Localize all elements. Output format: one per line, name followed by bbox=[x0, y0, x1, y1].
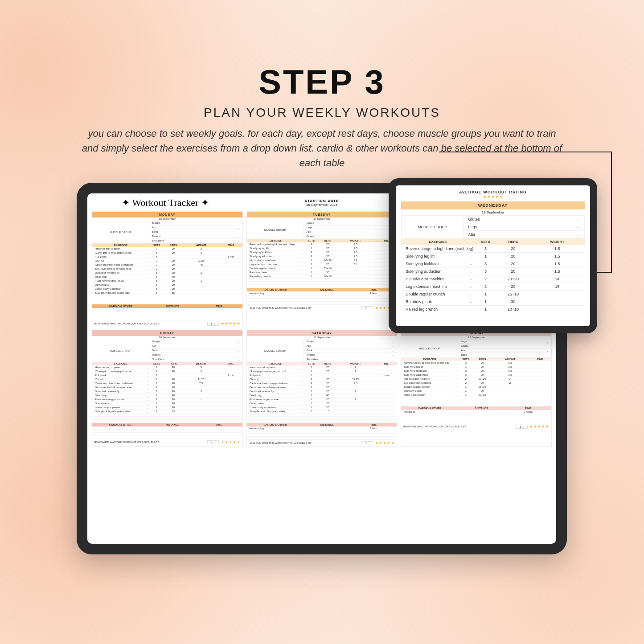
col-headers: EXERCISESETSREPSWEIGHTTIME bbox=[92, 362, 242, 365]
exercise-row[interactable]: Dumbbell reverse fly1203 bbox=[247, 390, 397, 394]
muscle-group-select[interactable]: Abs bbox=[458, 349, 551, 353]
exercise-row[interactable]: Double regular crunch125+10 bbox=[401, 385, 551, 389]
muscle-group-select[interactable]: Shoulders bbox=[149, 357, 242, 362]
rating-select[interactable]: 5 ⌄ bbox=[361, 441, 373, 445]
exercise-row[interactable]: Raised leg crunch120+10 bbox=[401, 393, 551, 397]
exercise-row[interactable]: Close-grip to wide-grip burnout1203 bbox=[92, 251, 242, 255]
exercise-row[interactable]: Side lying adduction3201.5 bbox=[247, 254, 397, 258]
exercise-row[interactable]: Reverse lunge to high knee (each leg)320… bbox=[401, 245, 585, 253]
exercise-row[interactable]: Bent-over barbell reverse raise220 bbox=[247, 386, 397, 390]
muscle-group-select[interactable]: Glutes bbox=[304, 221, 397, 226]
muscle-group-select[interactable]: Back bbox=[304, 349, 397, 353]
exercise-row[interactable]: Side lying kickback3201.5 bbox=[247, 250, 397, 254]
exercise-row[interactable]: Side lying leg lift1201.5 bbox=[401, 365, 551, 369]
muscle-group-select[interactable]: Abs bbox=[304, 230, 397, 234]
cardio-header: CARDIO & OTHERDISTANCETIME bbox=[92, 423, 242, 427]
exercise-row[interactable]: Cable machine tricep pushdown3207.5 bbox=[92, 381, 242, 386]
exercise-row[interactable]: Dorsal raise120 bbox=[92, 283, 242, 287]
exercise-row[interactable]: Side lying adduction3201.5 bbox=[401, 268, 585, 275]
exercise-row[interactable]: Bent-over barbell reverse raise220 bbox=[92, 267, 242, 271]
exercise-row[interactable]: Double regular crunch125+10 bbox=[401, 291, 585, 298]
exercise-row[interactable]: Double regular crunch125+10 bbox=[247, 267, 397, 271]
exercise-row[interactable]: Raised leg crunch120+10 bbox=[401, 306, 585, 313]
exercise-row[interactable]: Side lying leg lift1201.5 bbox=[247, 246, 397, 250]
exercise-row[interactable]: Floor reverse grip t-raise1201 bbox=[247, 398, 397, 402]
exercise-row[interactable]: Dead bug140 bbox=[92, 275, 242, 279]
exercise-row[interactable]: Lower body superman120 bbox=[247, 406, 397, 410]
exercise-row[interactable]: Cable machine tricep pushdown3207.5 bbox=[247, 381, 397, 386]
exercise-row[interactable]: Side plank hip lifts (each side)115 bbox=[247, 410, 397, 414]
exercise-row[interactable]: Raised leg crunch120+10 bbox=[247, 275, 397, 279]
exercise-row[interactable]: Dorsal raise120 bbox=[92, 402, 242, 406]
exercise-row[interactable]: Side lying kickback3201.5 bbox=[401, 369, 551, 373]
exercise-row[interactable]: Hammer curl to press2203 bbox=[247, 365, 397, 369]
exercise-row[interactable]: Close-grip to wide-grip burnout1203 bbox=[92, 369, 242, 373]
rating-select[interactable]: 4 ⌄ bbox=[207, 322, 219, 326]
muscle-group-select[interactable]: Triceps bbox=[149, 353, 242, 357]
rating-select[interactable]: 4 ⌄ bbox=[207, 440, 219, 444]
muscle-group-select[interactable]: Biceps bbox=[149, 340, 242, 344]
rating-select[interactable]: 5 ⌄ bbox=[516, 425, 528, 429]
exercise-row[interactable]: Reverse lunge to high knee (each leg)320… bbox=[247, 242, 397, 246]
exercise-row[interactable]: Hip adductor machine220+2014 bbox=[401, 275, 585, 283]
exercise-row[interactable]: Rainbow plank130 bbox=[401, 389, 551, 393]
exercise-row[interactable]: Dorsal raise120 bbox=[247, 402, 397, 406]
exercise-row[interactable]: Side lying kickback3201.5 bbox=[401, 260, 585, 268]
exercise-row[interactable]: Cable machine tricep pushdown3207.5 bbox=[92, 263, 242, 267]
exercise-row[interactable]: Chin-up32031.25 bbox=[92, 377, 242, 381]
muscle-group-select[interactable]: Legs bbox=[464, 223, 584, 231]
muscle-group-select[interactable]: Biceps bbox=[304, 340, 397, 344]
exercise-row[interactable]: Rainbow plank130 bbox=[401, 298, 585, 306]
exercise-row[interactable]: Hip adductor machine220+2014 bbox=[401, 377, 551, 381]
exercise-row[interactable]: Dumbbell reverse fly1203 bbox=[92, 390, 242, 394]
exercise-row[interactable]: Hammer curl to press2203 bbox=[92, 365, 242, 369]
exercise-row[interactable]: Chin-up32031.25 bbox=[92, 259, 242, 263]
exercise-row[interactable]: Floor reverse grip t-raise1201 bbox=[92, 279, 242, 283]
exercise-row[interactable]: Full plank11 min bbox=[247, 373, 397, 377]
exercise-row[interactable]: Side plank hip lifts (each side)115 bbox=[92, 410, 242, 414]
muscle-group-select[interactable]: Biceps bbox=[304, 234, 397, 239]
exercise-row[interactable]: Chin-up32031.25 bbox=[247, 377, 397, 381]
exercise-row[interactable]: Lower body superman120 bbox=[92, 287, 242, 291]
muscle-group-select[interactable]: Glutes bbox=[464, 216, 584, 223]
exercise-row[interactable]: Close-grip to wide-grip burnout1203 bbox=[247, 369, 397, 373]
exercise-row[interactable]: Side lying leg lift1201.5 bbox=[401, 253, 585, 260]
exercise-row[interactable]: Leg extension machine22015 bbox=[401, 381, 551, 385]
exercise-row[interactable]: Leg extension machine22015 bbox=[247, 263, 397, 267]
exercise-row[interactable]: Bent-over barbell reverse raise220 bbox=[92, 386, 242, 390]
exercise-row[interactable]: Dead bug140 bbox=[247, 394, 397, 398]
muscle-group-select[interactable]: Triceps bbox=[304, 353, 397, 357]
exercise-row[interactable]: Rainbow plank130 bbox=[247, 271, 397, 275]
muscle-group-select[interactable]: Legs bbox=[458, 340, 551, 344]
muscle-group-select[interactable]: Shoulders bbox=[304, 357, 397, 362]
rating-select[interactable]: 5 ⌄ bbox=[361, 306, 373, 310]
muscle-group-select[interactable]: Shoulders bbox=[149, 239, 242, 243]
muscle-group-select[interactable]: Glutes bbox=[458, 344, 551, 349]
muscle-group-select[interactable]: Biceps bbox=[149, 221, 242, 226]
exercise-row[interactable]: Full plank11 min bbox=[92, 373, 242, 377]
muscle-group-select[interactable]: Abs bbox=[149, 344, 242, 349]
muscle-group-select[interactable]: Abs bbox=[304, 344, 397, 349]
cardio-row[interactable]: Horse riding1 hour bbox=[247, 291, 397, 295]
exercise-row[interactable]: Full plank11 min bbox=[92, 255, 242, 259]
muscle-group-select[interactable]: Triceps bbox=[149, 234, 242, 239]
exercise-row[interactable]: Hammer curl to press2203 bbox=[92, 247, 242, 251]
muscle-group-select[interactable]: Back bbox=[149, 349, 242, 353]
cardio-row[interactable]: Pickleball2 hours bbox=[401, 410, 551, 414]
exercise-row[interactable]: Dumbbell reverse fly1203 bbox=[92, 271, 242, 275]
cardio-row[interactable]: Horse riding1 hour bbox=[247, 427, 397, 431]
exercise-row[interactable]: Leg extension machine22015 bbox=[401, 283, 585, 291]
exercise-row[interactable]: Side plank hip lifts (each side)115 bbox=[92, 291, 242, 295]
muscle-group-select[interactable]: Back bbox=[149, 230, 242, 234]
exercise-row[interactable]: Hip adductor machine220+2014 bbox=[247, 258, 397, 263]
exercise-row[interactable]: Reverse lunge to high knee (each leg)320… bbox=[401, 361, 551, 365]
day-date: 21 September bbox=[247, 336, 397, 340]
muscle-group-select[interactable]: Legs bbox=[304, 226, 397, 230]
exercise-row[interactable]: Floor reverse grip t-raise1201 bbox=[92, 398, 242, 402]
exercise-row[interactable]: Lower body superman120 bbox=[92, 406, 242, 410]
muscle-group-select[interactable]: Back bbox=[458, 353, 551, 357]
muscle-group-select[interactable]: Abs bbox=[464, 231, 584, 238]
muscle-group-select[interactable]: Abs bbox=[149, 226, 242, 230]
exercise-row[interactable]: Side lying adduction3201.5 bbox=[401, 373, 551, 377]
exercise-row[interactable]: Dead bug140 bbox=[92, 394, 242, 398]
